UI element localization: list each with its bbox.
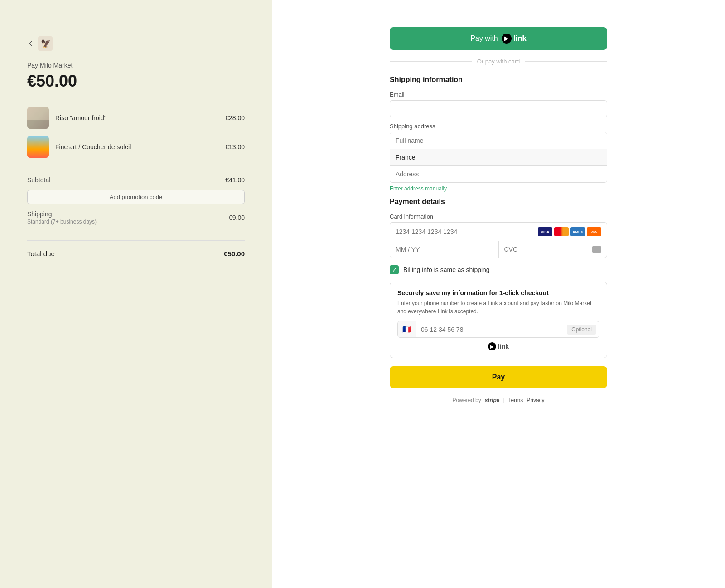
cvc-input[interactable] xyxy=(504,241,593,258)
list-item: Riso "amour froid" €28.00 xyxy=(27,107,245,129)
cvc-icon xyxy=(592,246,601,253)
pay-with-link-button[interactable]: Pay with ▶ link xyxy=(390,27,607,50)
list-item: Fine art / Coucher de soleil €13.00 xyxy=(27,136,245,158)
back-icon xyxy=(27,40,34,47)
or-pay-label: Or pay with card xyxy=(477,58,520,65)
stripe-logo: stripe xyxy=(485,397,500,403)
save-info-desc: Enter your phone number to create a Link… xyxy=(397,299,599,316)
phone-flag[interactable]: 🇫🇷 xyxy=(398,321,416,337)
expiry-input[interactable] xyxy=(390,241,499,258)
billing-same-row[interactable]: ✓ Billing info is same as shipping xyxy=(390,265,607,274)
item-price: €28.00 xyxy=(225,114,245,121)
cvc-row xyxy=(499,241,607,258)
enter-address-manually-link[interactable]: Enter address manually xyxy=(390,185,447,192)
payment-section-title: Payment details xyxy=(390,198,607,206)
item-name: Fine art / Coucher de soleil xyxy=(55,143,219,151)
email-input[interactable] xyxy=(390,100,607,117)
subtotal-row: Subtotal €41.00 xyxy=(27,176,245,184)
privacy-link[interactable]: Privacy xyxy=(527,397,544,403)
subtotal-label: Subtotal xyxy=(27,176,50,184)
card-info-group: Card information VISA AMEX DISC xyxy=(390,213,607,258)
card-number-row: VISA AMEX DISC xyxy=(390,223,607,241)
item-image-riso xyxy=(27,107,49,129)
link-footer: ▶ link xyxy=(397,342,599,350)
right-inner: Pay with ▶ link Or pay with card Shippin… xyxy=(390,27,607,403)
shipping-address-label: Shipping address xyxy=(390,123,607,130)
full-name-input[interactable] xyxy=(390,132,607,149)
email-group: Email xyxy=(390,91,607,117)
discover-icon: DISC xyxy=(587,227,601,236)
save-info-box: Securely save my information for 1-click… xyxy=(390,282,607,358)
card-icons: VISA AMEX DISC xyxy=(538,227,601,236)
amex-icon: AMEX xyxy=(570,227,585,236)
pay-button[interactable]: Pay xyxy=(390,366,607,388)
link-text: link xyxy=(513,34,527,44)
total-row: Total due €50.00 xyxy=(27,250,245,258)
billing-same-label: Billing info is same as shipping xyxy=(403,266,490,273)
footer-divider: | xyxy=(503,397,504,403)
total-label: Total due xyxy=(27,250,55,258)
card-info-label: Card information xyxy=(390,213,607,220)
merchant-logo: 🦅 xyxy=(38,36,53,51)
country-value: France xyxy=(396,154,416,161)
right-panel: Pay with ▶ link Or pay with card Shippin… xyxy=(272,0,725,588)
shipping-row: Shipping Standard (7+ business days) €9.… xyxy=(27,210,245,225)
phone-input-row: 🇫🇷 Optional xyxy=(397,321,599,338)
svg-text:🦅: 🦅 xyxy=(41,39,51,49)
terms-link[interactable]: Terms xyxy=(508,397,523,403)
shipping-label: Shipping xyxy=(27,210,97,218)
card-number-input[interactable] xyxy=(396,228,538,235)
item-name: Riso "amour froid" xyxy=(55,114,219,121)
billing-checkbox[interactable]: ✓ xyxy=(390,265,399,274)
pay-label: Pay Milo Market xyxy=(27,62,245,69)
subtotal-value: €41.00 xyxy=(225,176,245,184)
link-footer-text: link xyxy=(498,343,509,350)
divider xyxy=(27,240,245,241)
left-panel: 🦅 Pay Milo Market €50.00 Riso "amour fro… xyxy=(0,0,272,588)
save-info-title: Securely save my information for 1-click… xyxy=(397,289,599,296)
shipping-sublabel: Standard (7+ business days) xyxy=(27,219,97,225)
shipping-address-group: Shipping address France Enter address ma… xyxy=(390,123,607,192)
or-pay-divider: Or pay with card xyxy=(390,58,607,65)
shipping-value: €9.00 xyxy=(229,214,245,221)
phone-input[interactable] xyxy=(416,322,564,337)
optional-badge: Optional xyxy=(567,325,596,335)
link-icon: ▶ xyxy=(502,34,512,44)
footer-links: Powered by stripe | Terms Privacy xyxy=(390,397,607,403)
link-footer-icon: ▶ xyxy=(488,342,496,350)
card-fields: VISA AMEX DISC xyxy=(390,222,607,258)
total-value: €50.00 xyxy=(224,250,245,258)
card-bottom-row xyxy=(390,241,607,258)
add-promo-button[interactable]: Add promotion code xyxy=(27,190,245,204)
mastercard-icon xyxy=(554,227,569,236)
item-image-soleil xyxy=(27,136,49,158)
address-input[interactable] xyxy=(390,166,607,182)
powered-by-label: Powered by xyxy=(452,397,481,403)
total-amount: €50.00 xyxy=(27,72,245,91)
visa-icon: VISA xyxy=(538,227,552,236)
email-label: Email xyxy=(390,91,607,98)
pay-with-label: Pay with xyxy=(470,34,498,43)
divider xyxy=(27,167,245,167)
back-button[interactable]: 🦅 xyxy=(27,36,245,51)
order-items: Riso "amour froid" €28.00 Fine art / Cou… xyxy=(27,107,245,158)
country-field[interactable]: France xyxy=(390,149,607,166)
shipping-section-title: Shipping information xyxy=(390,76,607,84)
address-fields: France xyxy=(390,132,607,183)
item-price: €13.00 xyxy=(225,143,245,151)
link-logo: ▶ link xyxy=(502,34,527,44)
